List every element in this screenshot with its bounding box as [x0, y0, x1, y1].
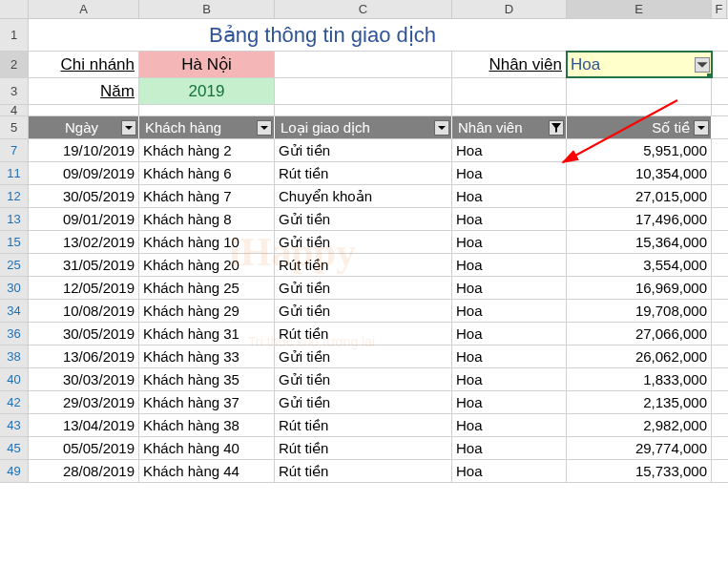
- row-header[interactable]: 34: [0, 300, 29, 322]
- cell-amount[interactable]: 17,496,000: [567, 208, 712, 230]
- cell-staff[interactable]: Hoa: [452, 185, 567, 207]
- cell-date[interactable]: 31/05/2019: [29, 254, 139, 276]
- cell-staff[interactable]: Hoa: [452, 368, 567, 390]
- col-header-D[interactable]: D: [452, 0, 567, 18]
- cell-date[interactable]: 13/06/2019: [29, 345, 139, 367]
- col-header-E[interactable]: E: [567, 0, 712, 18]
- cell-D4[interactable]: [452, 105, 567, 115]
- row-header[interactable]: 15: [0, 231, 29, 253]
- cell-type[interactable]: Rút tiền: [275, 323, 452, 345]
- filter-dropdown-icon[interactable]: [121, 120, 136, 136]
- th-nhanvien[interactable]: Nhân viên: [452, 116, 567, 138]
- cell-date[interactable]: 13/02/2019: [29, 231, 139, 253]
- cell-customer[interactable]: Khách hàng 8: [139, 208, 275, 230]
- cell-customer[interactable]: Khách hàng 33: [139, 345, 275, 367]
- col-header-B[interactable]: B: [139, 0, 275, 18]
- cell-date[interactable]: 13/04/2019: [29, 414, 139, 436]
- branch-label[interactable]: Chi nhánh: [29, 52, 139, 77]
- branch-value[interactable]: Hà Nội: [139, 52, 275, 77]
- cell-D3[interactable]: [452, 78, 567, 104]
- cell-customer[interactable]: Khách hàng 25: [139, 277, 275, 299]
- th-sotien[interactable]: Số tiề: [567, 116, 712, 138]
- row-header-1[interactable]: 1: [0, 19, 29, 51]
- select-all-corner[interactable]: [0, 0, 29, 18]
- cell-type[interactable]: Gửi tiền: [275, 391, 452, 413]
- cell-date[interactable]: 09/01/2019: [29, 208, 139, 230]
- col-header-F[interactable]: F: [712, 0, 727, 18]
- cell-C2[interactable]: [275, 52, 452, 77]
- cell-amount[interactable]: 5,951,000: [567, 139, 712, 161]
- year-label[interactable]: Năm: [29, 78, 139, 104]
- cell-C4[interactable]: [275, 105, 452, 115]
- cell-customer[interactable]: Khách hàng 2: [139, 139, 275, 161]
- cell-type[interactable]: Gửi tiền: [275, 368, 452, 390]
- year-value[interactable]: 2019: [139, 78, 275, 104]
- cell-type[interactable]: Gửi tiền: [275, 345, 452, 367]
- cell-type[interactable]: Rút tiền: [275, 437, 452, 459]
- cell-amount[interactable]: 3,554,000: [567, 254, 712, 276]
- cell-customer[interactable]: Khách hàng 35: [139, 368, 275, 390]
- cell-amount[interactable]: 19,708,000: [567, 300, 712, 322]
- cell-type[interactable]: Gửi tiền: [275, 231, 452, 253]
- row-header[interactable]: 40: [0, 368, 29, 390]
- row-header[interactable]: 36: [0, 323, 29, 345]
- row-header-3[interactable]: 3: [0, 78, 29, 104]
- cell-staff[interactable]: Hoa: [452, 345, 567, 367]
- row-header[interactable]: 38: [0, 345, 29, 367]
- col-header-C[interactable]: C: [275, 0, 452, 18]
- cell-customer[interactable]: Khách hàng 44: [139, 460, 275, 482]
- cell-staff[interactable]: Hoa: [452, 277, 567, 299]
- row-header[interactable]: 13: [0, 208, 29, 230]
- cell-C3[interactable]: [275, 78, 452, 104]
- staff-label[interactable]: Nhân viên: [452, 52, 567, 77]
- cell-staff[interactable]: Hoa: [452, 162, 567, 184]
- cell-amount[interactable]: 15,733,000: [567, 460, 712, 482]
- cell-staff[interactable]: Hoa: [452, 323, 567, 345]
- cell-type[interactable]: Rút tiền: [275, 162, 452, 184]
- th-ngay[interactable]: Ngày: [29, 116, 139, 138]
- cell-B4[interactable]: [139, 105, 275, 115]
- cell-amount[interactable]: 27,015,000: [567, 185, 712, 207]
- row-header[interactable]: 49: [0, 460, 29, 482]
- th-khachhang[interactable]: Khách hàng: [139, 116, 275, 138]
- cell-staff[interactable]: Hoa: [452, 231, 567, 253]
- cell-type[interactable]: Rút tiền: [275, 460, 452, 482]
- staff-value[interactable]: Hoa: [567, 52, 712, 77]
- cell-staff[interactable]: Hoa: [452, 414, 567, 436]
- cell-date[interactable]: 19/10/2019: [29, 139, 139, 161]
- cell-amount[interactable]: 2,135,000: [567, 391, 712, 413]
- cell-E4[interactable]: [567, 105, 712, 115]
- filter-dropdown-icon[interactable]: [434, 120, 449, 136]
- cell-customer[interactable]: Khách hàng 7: [139, 185, 275, 207]
- cell-date[interactable]: 30/05/2019: [29, 323, 139, 345]
- cell-amount[interactable]: 2,982,000: [567, 414, 712, 436]
- cell-type[interactable]: Rút tiền: [275, 254, 452, 276]
- filter-dropdown-icon[interactable]: [257, 120, 272, 136]
- cell-staff[interactable]: Hoa: [452, 437, 567, 459]
- cell-staff[interactable]: Hoa: [452, 300, 567, 322]
- dropdown-icon[interactable]: [695, 57, 710, 73]
- cell-date[interactable]: 05/05/2019: [29, 437, 139, 459]
- cell-date[interactable]: 28/08/2019: [29, 460, 139, 482]
- cell-customer[interactable]: Khách hàng 40: [139, 437, 275, 459]
- row-header[interactable]: 43: [0, 414, 29, 436]
- row-header[interactable]: 7: [0, 139, 29, 161]
- row-header[interactable]: 12: [0, 185, 29, 207]
- cell-type[interactable]: Rút tiền: [275, 414, 452, 436]
- cell-type[interactable]: Gửi tiền: [275, 208, 452, 230]
- cell-type[interactable]: Chuyển khoản: [275, 185, 452, 207]
- row-header-4[interactable]: 4: [0, 105, 29, 115]
- cell-amount[interactable]: 1,833,000: [567, 368, 712, 390]
- filter-dropdown-icon[interactable]: [694, 120, 709, 136]
- cell-staff[interactable]: Hoa: [452, 208, 567, 230]
- row-header[interactable]: 11: [0, 162, 29, 184]
- cell-staff[interactable]: Hoa: [452, 460, 567, 482]
- cell-customer[interactable]: Khách hàng 38: [139, 414, 275, 436]
- row-header[interactable]: 30: [0, 277, 29, 299]
- cell-amount[interactable]: 29,774,000: [567, 437, 712, 459]
- row-header[interactable]: 45: [0, 437, 29, 459]
- cell-customer[interactable]: Khách hàng 10: [139, 231, 275, 253]
- th-loaigd[interactable]: Loại giao dịch: [275, 116, 452, 138]
- cell-amount[interactable]: 16,969,000: [567, 277, 712, 299]
- cell-amount[interactable]: 10,354,000: [567, 162, 712, 184]
